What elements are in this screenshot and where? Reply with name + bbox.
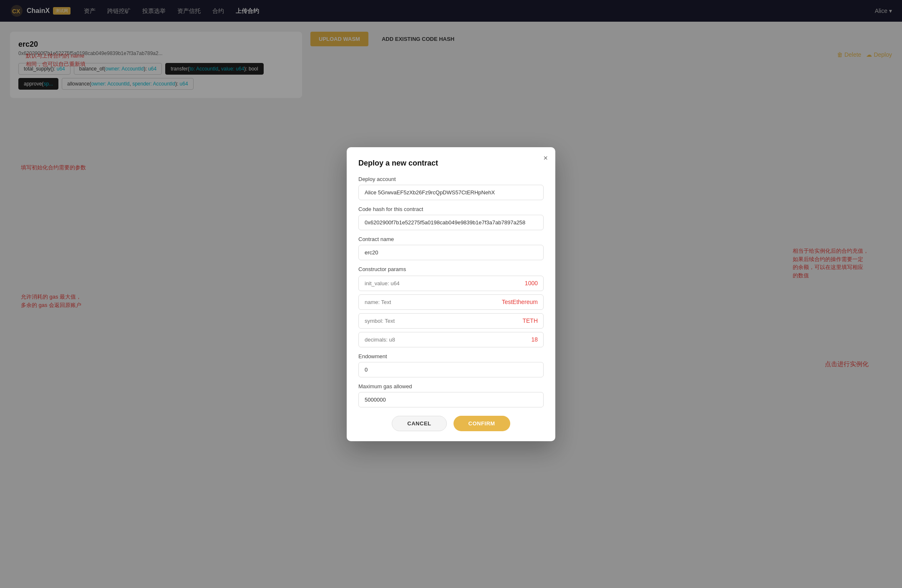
constructor-params-label: Constructor params bbox=[358, 266, 544, 272]
param-name-input[interactable] bbox=[358, 294, 544, 310]
code-hash-label: Code hash for this contract bbox=[358, 206, 544, 212]
confirm-button[interactable]: CONFIRM bbox=[454, 416, 510, 431]
endowment-group: Endowment bbox=[358, 353, 544, 377]
max-gas-label: Maximum gas allowed bbox=[358, 383, 544, 389]
max-gas-group: Maximum gas allowed bbox=[358, 383, 544, 407]
code-hash-group: Code hash for this contract bbox=[358, 206, 544, 230]
max-gas-input[interactable] bbox=[358, 392, 544, 407]
param-symbol: TETH bbox=[358, 313, 544, 329]
contract-name-input[interactable] bbox=[358, 245, 544, 260]
param-name: TestEthereum bbox=[358, 294, 544, 310]
param-init-value-input[interactable] bbox=[358, 276, 544, 291]
modal-footer: CANCEL CONFIRM bbox=[358, 416, 544, 431]
constructor-params-group: 1000 TestEthereum TETH 18 bbox=[358, 276, 544, 347]
modal-title: Deploy a new contract bbox=[358, 159, 544, 168]
endowment-label: Endowment bbox=[358, 353, 544, 359]
modal-close-button[interactable]: × bbox=[543, 154, 548, 163]
param-symbol-input[interactable] bbox=[358, 313, 544, 329]
code-hash-input[interactable] bbox=[358, 215, 544, 230]
deploy-account-label: Deploy account bbox=[358, 176, 544, 182]
deploy-account-input[interactable] bbox=[358, 185, 544, 200]
deploy-modal: Deploy a new contract × Deploy account C… bbox=[347, 147, 555, 441]
contract-name-group: Contract name bbox=[358, 236, 544, 260]
deploy-account-group: Deploy account bbox=[358, 176, 544, 200]
cancel-button[interactable]: CANCEL bbox=[392, 416, 446, 431]
param-decimals: 18 bbox=[358, 332, 544, 347]
constructor-params-section: Constructor params 1000 TestEthereum TET… bbox=[358, 266, 544, 347]
contract-name-label: Contract name bbox=[358, 236, 544, 242]
endowment-input[interactable] bbox=[358, 362, 544, 377]
param-decimals-input[interactable] bbox=[358, 332, 544, 347]
param-init-value: 1000 bbox=[358, 276, 544, 291]
modal-overlay[interactable]: Deploy a new contract × Deploy account C… bbox=[0, 0, 902, 588]
